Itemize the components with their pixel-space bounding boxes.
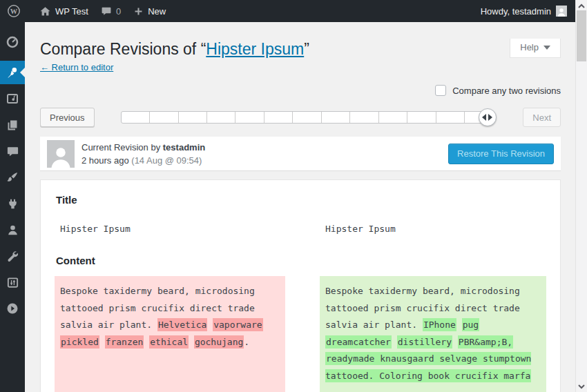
sidebar-item-users[interactable] [0,218,25,242]
revision-date-detail: (14 Aug @ 09:54) [131,155,202,166]
content-heading: Content [56,255,560,266]
sidebar-item-dashboard[interactable] [0,30,25,54]
content-diff-new: Bespoke taxidermy beard, microdosing tat… [320,276,546,392]
chevron-down-icon [543,46,550,50]
revision-slider-row: Previous Next [40,105,561,130]
howdy-text: Howdy, testadmin [481,6,551,17]
revision-meta-bar: Current Revision by testadmin 2 hours ag… [40,137,561,171]
help-button[interactable]: Help [510,39,561,58]
sliders-icon [6,276,19,289]
handle-right-arrow-icon [488,114,492,121]
content-diff-old: Bespoke taxidermy beard, microdosing tat… [55,276,285,392]
restore-button[interactable]: Restore This Revision [448,144,554,164]
new-label: New [148,6,166,17]
scroll-down-icon[interactable] [576,381,587,392]
home-icon [39,6,51,17]
sidebar-item-tools[interactable] [0,244,25,268]
revision-author-avatar [47,140,75,168]
sidebar-item-comments[interactable] [0,139,25,163]
sidebar-item-appearance[interactable] [0,166,25,189]
scroll-up-icon[interactable] [576,0,587,11]
site-name-label: WP Test [55,6,88,17]
admin-sidebar [0,22,25,392]
page-title-prefix: Compare Revisions of “ [40,40,206,58]
wordpress-logo-icon: W [7,4,21,18]
post-title-link[interactable]: Hipster Ipsum [206,40,304,58]
title-right-value: Hipster Ipsum [320,224,546,234]
sidebar-item-collapse-menu[interactable] [0,297,25,320]
previous-button[interactable]: Previous [40,108,95,127]
pages-icon [6,118,19,132]
sidebar-item-posts[interactable] [0,61,25,84]
site-name-link[interactable]: WP Test [33,0,95,22]
revision-info-prefix: Current Revision by [81,142,163,153]
title-left-value: Hipster Ipsum [55,224,285,234]
next-button[interactable]: Next [523,108,561,127]
main-content: Help Compare Revisions of “Hipster Ipsum… [25,22,575,392]
return-to-editor-link[interactable]: ← Return to editor [40,62,113,72]
page-title: Compare Revisions of “Hipster Ipsum” [40,39,561,59]
comment-icon [6,145,19,158]
collapse-circle-icon [6,302,19,315]
comments-menu-item[interactable]: 0 [95,0,127,22]
sidebar-item-plugins[interactable] [0,192,25,215]
wrench-icon [6,250,19,263]
wordpress-menu-item[interactable]: W [0,0,28,22]
revision-relative-time: 2 hours ago [81,155,129,166]
plus-icon [133,6,144,17]
title-heading: Title [56,194,560,206]
scrollbar[interactable] [575,0,587,392]
compare-two-revisions-checkbox[interactable] [435,85,446,96]
account-menu-item[interactable]: Howdy, testadmin [481,6,575,17]
revision-author: testadmin [163,142,205,153]
sidebar-item-pages[interactable] [0,113,25,137]
gauge-icon [6,35,19,49]
user-avatar [556,6,567,17]
revisions-diff-panel: Title Hipster Ipsum Hipster Ipsum Conten… [40,179,561,392]
person-icon [6,224,19,237]
svg-text:W: W [10,8,18,15]
admin-bar: W WP Test 0 New Howdy, testadmin [0,0,575,22]
revision-info: Current Revision by testadmin 2 hours ag… [81,141,205,167]
brush-icon [6,170,19,184]
handle-left-arrow-icon [482,114,486,121]
comment-bubble-icon [101,6,112,17]
pushpin-icon [6,66,19,79]
comments-count: 0 [116,6,121,17]
plug-icon [6,197,19,210]
help-label: Help [520,42,539,52]
scrollbar-thumb[interactable] [577,10,586,61]
sidebar-item-media[interactable] [0,87,25,110]
slider-handle[interactable] [479,108,497,126]
sidebar-item-settings[interactable] [0,271,25,294]
compare-two-revisions-label: Compare any two revisions [452,86,561,96]
media-icon [6,92,19,106]
revision-slider[interactable] [121,111,494,124]
page-title-suffix: ” [304,40,309,58]
new-menu-item[interactable]: New [127,0,172,22]
